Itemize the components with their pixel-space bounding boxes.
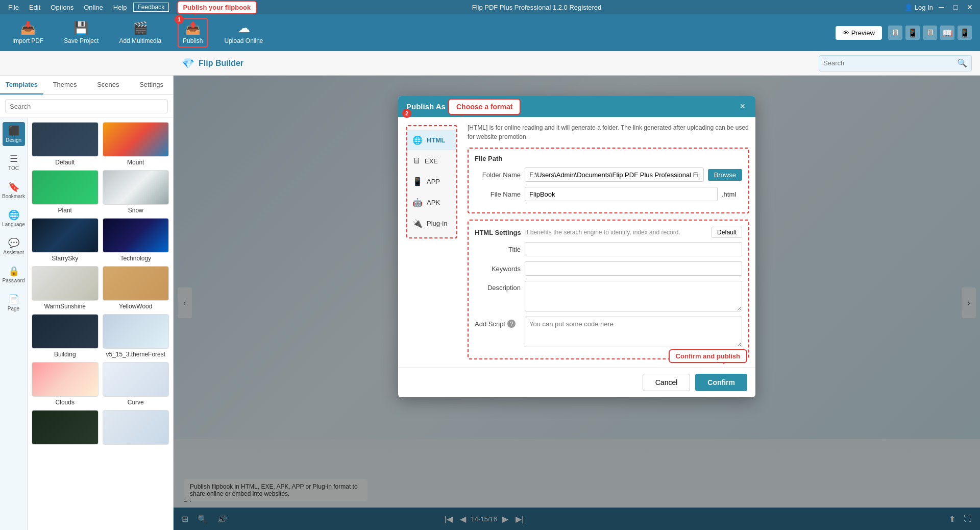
save-icon: 💾 — [74, 21, 89, 35]
search-input[interactable] — [823, 59, 957, 67]
language-icon: 🌐 — [8, 209, 19, 221]
search-bar[interactable]: 🔍 — [819, 55, 972, 71]
list-item[interactable]: Curve — [103, 362, 169, 406]
sidebar-item-password[interactable]: 🔒 Password — [3, 262, 25, 286]
flip-builder-title: Flip Builder — [199, 59, 243, 68]
list-item[interactable]: Clouds — [32, 362, 99, 406]
format-sidebar: 🌐 HTML 🖥 EXE 📱 APP — [406, 125, 457, 238]
list-item[interactable] — [32, 410, 99, 447]
tab-settings[interactable]: Settings — [130, 76, 173, 94]
mobile-view-icon[interactable]: 📱 — [958, 26, 972, 40]
save-project-button[interactable]: 💾 Save Project — [60, 19, 103, 46]
preview-button[interactable]: 👁 Preview — [836, 26, 882, 40]
file-name-input[interactable] — [525, 187, 718, 201]
sidebar-search-input[interactable] — [5, 99, 168, 113]
format-apk[interactable]: 🤖 APK — [407, 192, 456, 212]
html-settings-section: HTML Settings It benefits the serach eng… — [468, 220, 749, 359]
tablet-view-icon[interactable]: 📱 — [905, 26, 920, 40]
menu-help[interactable]: Help — [109, 3, 131, 12]
sidebar-left-icons: ⬛ Design ☰ TOC 🔖 Bookmark 🌐 Language 💬 — [0, 118, 28, 530]
browse-button[interactable]: Browse — [708, 169, 742, 181]
preview-icon: 👁 — [843, 29, 849, 37]
folder-name-input[interactable] — [525, 167, 704, 182]
tab-themes[interactable]: Themes — [43, 76, 87, 94]
sidebar-item-bookmark[interactable]: 🔖 Bookmark — [3, 178, 25, 202]
login-button[interactable]: 👤 Log In — [904, 4, 933, 11]
bookmark-icon: 🔖 — [8, 181, 19, 192]
upload-online-button[interactable]: ☁ Upload Online — [220, 19, 267, 46]
menu-online[interactable]: Online — [80, 3, 107, 12]
tab-scenes[interactable]: Scenes — [87, 76, 130, 94]
file-extension: .html — [722, 190, 742, 198]
file-name-row: File Name .html — [475, 187, 742, 201]
list-item[interactable]: Building — [32, 314, 99, 358]
content-area: ‹ › 14 Publish flipbook in HTML, EXE, AP… — [174, 76, 980, 530]
file-path-section: File Path Folder Name Browse File Name .… — [468, 148, 749, 213]
plugin-icon: 🔌 — [412, 219, 423, 228]
list-item[interactable]: Plant — [32, 170, 99, 214]
list-item[interactable]: Snow — [103, 170, 169, 214]
feedback-button[interactable]: Feedback — [133, 3, 169, 12]
format-exe[interactable]: 🖥 EXE — [407, 151, 456, 171]
format-plugin[interactable]: 🔌 Plug-in — [407, 213, 456, 233]
template-name: Default — [32, 159, 99, 166]
help-icon[interactable]: ? — [507, 320, 516, 328]
template-name: v5_15_3.themeForest — [103, 351, 169, 358]
template-name: WarmSunshine — [32, 303, 99, 310]
sidebar-item-toc[interactable]: ☰ TOC — [3, 150, 25, 174]
book-view-icon[interactable]: 📖 — [940, 26, 954, 40]
template-thumb — [103, 170, 169, 205]
format-app[interactable]: 📱 APP — [407, 172, 456, 191]
title-label: Title — [475, 246, 521, 253]
template-thumb — [103, 362, 169, 397]
user-icon: 👤 — [904, 4, 913, 11]
list-item[interactable]: YellowWood — [103, 266, 169, 310]
tab-templates[interactable]: Templates — [0, 76, 43, 94]
sidebar-item-language[interactable]: 🌐 Language — [3, 206, 25, 230]
sidebar-item-page[interactable]: 📄 Page — [3, 291, 25, 315]
list-item[interactable]: Default — [32, 122, 99, 166]
menu-options[interactable]: Options — [46, 3, 78, 12]
app-title: Flip PDF Plus Professional 1.2.0 Registe… — [171, 4, 902, 11]
html-settings-title: HTML Settings — [475, 229, 521, 236]
menu-file[interactable]: File — [4, 3, 23, 12]
template-thumb — [103, 218, 169, 253]
import-pdf-button[interactable]: 📥 Import PDF — [8, 19, 47, 46]
template-name: Plant — [32, 207, 99, 214]
list-item[interactable]: StarrySky — [32, 218, 99, 262]
publish-button[interactable]: 1 Publish your flipbook 📤 Publish — [178, 18, 208, 47]
maximize-button[interactable]: □ — [949, 2, 962, 12]
description-textarea[interactable] — [525, 281, 742, 311]
minimize-button[interactable]: ─ — [935, 2, 947, 12]
list-item[interactable]: v5_15_3.themeForest — [103, 314, 169, 358]
confirm-button[interactable]: Confirm — [695, 374, 747, 391]
app-icon: 📱 — [412, 177, 423, 186]
file-path-title: File Path — [475, 155, 742, 162]
keywords-label: Keywords — [475, 265, 521, 273]
keywords-input[interactable] — [525, 261, 742, 276]
monitor-view-icon[interactable]: 🖥 — [888, 26, 902, 40]
menu-edit[interactable]: Edit — [25, 3, 44, 12]
sidebar-content: ⬛ Design ☰ TOC 🔖 Bookmark 🌐 Language 💬 — [0, 118, 173, 530]
add-multimedia-button[interactable]: 🎬 Add Multimedia — [115, 19, 165, 46]
publish-modal: Publish As × 2 Choose a format 🌐 HTML — [398, 96, 755, 397]
sidebar-item-design[interactable]: ⬛ Design — [3, 122, 25, 146]
toolbar-right: 👁 Preview 🖥 📱 🖥 📖 📱 — [836, 26, 972, 40]
modal-close-button[interactable]: × — [738, 101, 747, 112]
widescreen-view-icon[interactable]: 🖥 — [923, 26, 937, 40]
sidebar-item-assistant[interactable]: 💬 Assistant — [3, 234, 25, 258]
list-item[interactable]: Technology — [103, 218, 169, 262]
template-thumb — [32, 410, 99, 445]
default-button[interactable]: Default — [712, 227, 742, 238]
cancel-button[interactable]: Cancel — [643, 374, 691, 391]
close-button[interactable]: ✕ — [964, 2, 976, 12]
add-script-textarea[interactable] — [525, 317, 742, 347]
list-item[interactable]: Mount — [103, 122, 169, 166]
list-item[interactable] — [103, 410, 169, 447]
title-input[interactable] — [525, 242, 742, 256]
keywords-row: Keywords — [475, 261, 742, 276]
list-item[interactable]: WarmSunshine — [32, 266, 99, 310]
template-name: Clouds — [32, 399, 99, 406]
format-html[interactable]: 🌐 HTML — [407, 130, 456, 150]
html-settings-desc: It benefits the serach engine to identif… — [525, 229, 680, 236]
